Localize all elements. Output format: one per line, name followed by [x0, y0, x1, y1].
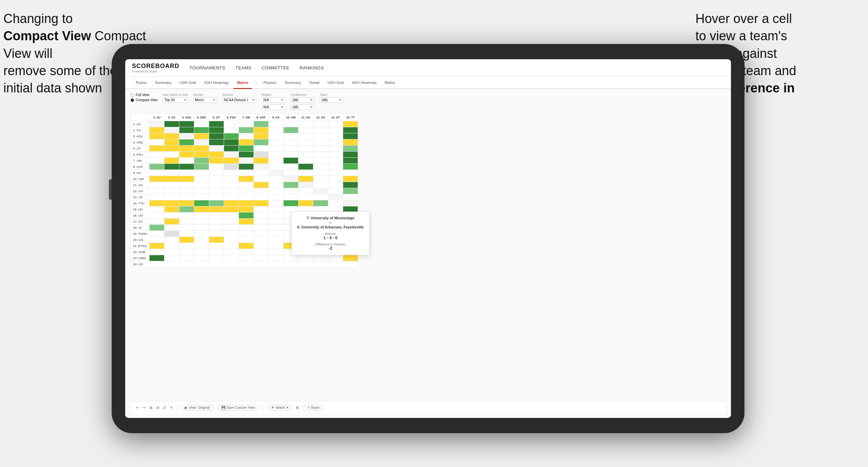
matrix-cell[interactable] [150, 164, 164, 170]
matrix-cell[interactable] [328, 133, 343, 139]
matrix-cell[interactable] [343, 127, 358, 133]
share-options-button[interactable]: ⊞ [296, 406, 299, 409]
matrix-cell[interactable] [239, 139, 254, 146]
matrix-cell[interactable] [164, 176, 179, 182]
nav-committee[interactable]: COMMITTEE [262, 65, 290, 70]
matrix-cell[interactable] [209, 176, 224, 182]
redo-button[interactable]: ↪ [143, 406, 146, 409]
matrix-cell[interactable] [224, 249, 239, 255]
matrix-cell[interactable] [194, 194, 209, 200]
matrix-cell[interactable] [164, 127, 179, 133]
matrix-cell[interactable] [239, 127, 254, 133]
matrix-cell[interactable] [224, 243, 239, 249]
matrix-cell[interactable] [328, 200, 343, 206]
matrix-cell[interactable] [239, 146, 254, 152]
matrix-cell[interactable] [269, 139, 284, 146]
matrix-cell[interactable] [269, 188, 284, 194]
matrix-cell[interactable] [164, 133, 179, 139]
matrix-cell[interactable] [328, 261, 343, 267]
matrix-cell[interactable] [284, 261, 298, 267]
matrix-cell[interactable] [194, 261, 209, 267]
matrix-cell[interactable] [239, 170, 254, 176]
matrix-cell[interactable] [224, 182, 239, 188]
matrix-cell[interactable] [224, 231, 239, 237]
matrix-cell[interactable] [150, 219, 164, 225]
matrix-cell[interactable] [179, 194, 194, 200]
matrix-cell[interactable] [164, 164, 179, 170]
tab-matrix-2[interactable]: Matrix [381, 77, 399, 89]
matrix-cell[interactable] [150, 225, 164, 231]
matrix-cell[interactable] [343, 121, 358, 127]
matrix-cell[interactable] [254, 170, 269, 176]
matrix-cell[interactable] [194, 225, 209, 231]
matrix-cell[interactable] [328, 164, 343, 170]
matrix-cell[interactable] [313, 158, 328, 164]
division-select[interactable]: NCAA Division I [222, 97, 256, 103]
matrix-cell[interactable] [209, 127, 224, 133]
matrix-cell[interactable] [254, 146, 269, 152]
matrix-cell[interactable] [209, 121, 224, 127]
matrix-cell[interactable] [209, 219, 224, 225]
matrix-cell[interactable] [164, 121, 179, 127]
matrix-cell[interactable] [209, 182, 224, 188]
matrix-cell[interactable] [343, 261, 358, 267]
matrix-cell[interactable] [269, 146, 284, 152]
nav-rankings[interactable]: RANKINGS [299, 65, 324, 70]
matrix-cell[interactable] [224, 170, 239, 176]
matrix-cell[interactable] [239, 200, 254, 206]
matrix-cell[interactable] [313, 127, 328, 133]
matrix-cell[interactable] [284, 127, 298, 133]
toolbar-btn-3[interactable]: ⊡ [163, 406, 166, 409]
matrix-cell[interactable] [150, 176, 164, 182]
matrix-cell[interactable] [298, 182, 313, 188]
matrix-cell[interactable] [164, 261, 179, 267]
matrix-cell[interactable] [224, 206, 239, 213]
matrix-cell[interactable] [284, 146, 298, 152]
matrix-cell[interactable] [164, 231, 179, 237]
region-select-2[interactable]: N/A [262, 104, 285, 110]
matrix-cell[interactable] [194, 127, 209, 133]
matrix-cell[interactable] [164, 225, 179, 231]
tab-summary-2[interactable]: Summary [281, 77, 305, 89]
matrix-cell[interactable] [239, 231, 254, 237]
matrix-cell[interactable] [239, 225, 254, 231]
matrix-cell[interactable] [179, 139, 194, 146]
matrix-cell[interactable] [194, 213, 209, 219]
matrix-cell[interactable] [254, 194, 269, 200]
matrix-cell[interactable] [328, 170, 343, 176]
matrix-cell[interactable] [209, 194, 224, 200]
gender-select[interactable]: Men's [193, 97, 217, 103]
matrix-cell[interactable] [150, 133, 164, 139]
undo-button[interactable]: ↩ [136, 406, 139, 409]
matrix-cell[interactable] [179, 255, 194, 261]
matrix-cell[interactable] [179, 261, 194, 267]
matrix-cell[interactable] [343, 139, 358, 146]
matrix-cell[interactable] [269, 237, 284, 243]
matrix-cell[interactable] [179, 146, 194, 152]
matrix-cell[interactable] [224, 133, 239, 139]
matrix-cell[interactable] [239, 164, 254, 170]
matrix-cell[interactable] [298, 158, 313, 164]
matrix-cell[interactable] [254, 188, 269, 194]
matrix-cell[interactable] [284, 188, 298, 194]
matrix-cell[interactable] [224, 219, 239, 225]
matrix-cell[interactable] [194, 255, 209, 261]
matrix-cell[interactable] [194, 219, 209, 225]
matrix-cell[interactable] [328, 176, 343, 182]
matrix-cell[interactable] [254, 133, 269, 139]
matrix-cell[interactable] [343, 158, 358, 164]
matrix-cell[interactable] [224, 176, 239, 182]
matrix-cell[interactable] [284, 170, 298, 176]
matrix-cell[interactable] [179, 249, 194, 255]
matrix-cell[interactable] [179, 182, 194, 188]
toolbar-btn-4[interactable]: ↺ [170, 406, 173, 409]
matrix-cell[interactable] [328, 139, 343, 146]
matrix-cell[interactable] [254, 237, 269, 243]
matrix-cell[interactable] [224, 121, 239, 127]
matrix-cell[interactable] [313, 200, 328, 206]
matrix-cell[interactable] [254, 249, 269, 255]
team-select[interactable]: (All) [320, 97, 343, 103]
matrix-cell[interactable] [209, 225, 224, 231]
matrix-cell[interactable] [313, 188, 328, 194]
matrix-cell[interactable] [150, 121, 164, 127]
